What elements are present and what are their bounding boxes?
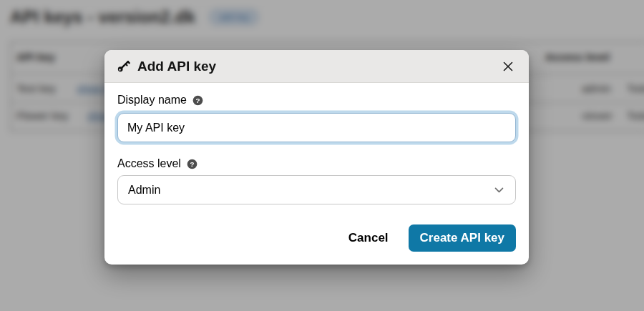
dialog-body: Display name ? Access level ? (104, 83, 529, 265)
display-name-input[interactable] (117, 113, 516, 142)
close-button[interactable] (499, 58, 517, 75)
close-icon (503, 61, 513, 71)
access-level-select[interactable]: Admin (117, 175, 516, 204)
access-level-help-button[interactable]: ? (187, 159, 197, 169)
display-name-label-row: Display name ? (117, 94, 516, 107)
display-name-help-button[interactable]: ? (192, 95, 203, 106)
help-icon: ? (187, 159, 197, 169)
access-level-label-row: Access level ? (117, 157, 516, 170)
access-level-selected-value: Admin (128, 184, 160, 197)
dialog-title: Add API key (137, 59, 216, 74)
create-api-key-button[interactable]: Create API key (409, 224, 516, 252)
key-icon (117, 59, 130, 73)
dialog-header: Add API key (104, 50, 529, 83)
svg-text:?: ? (195, 96, 200, 104)
svg-text:?: ? (190, 159, 194, 167)
access-level-label: Access level (117, 157, 181, 170)
add-api-key-dialog: Add API key Display name ? (104, 50, 529, 265)
cancel-button[interactable]: Cancel (348, 231, 389, 245)
dialog-actions: Cancel Create API key (117, 224, 516, 252)
display-name-label: Display name (117, 94, 187, 107)
chevron-down-icon (493, 184, 505, 196)
help-icon: ? (192, 95, 203, 106)
